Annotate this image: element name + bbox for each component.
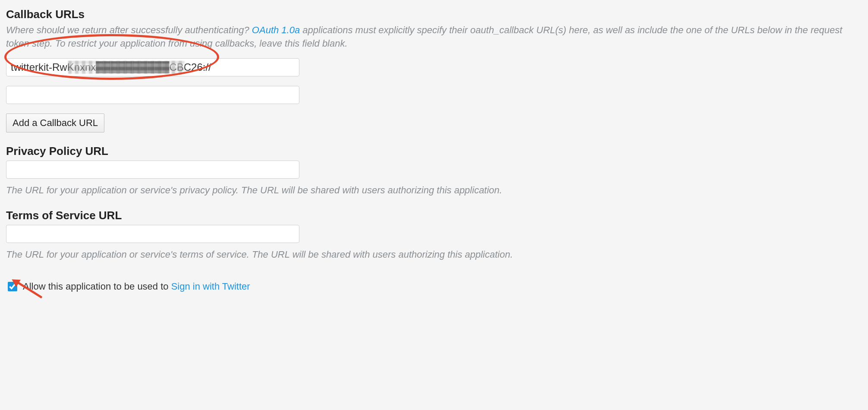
signin-checkbox[interactable] bbox=[8, 282, 17, 291]
privacy-policy-section: Privacy Policy URL The URL for your appl… bbox=[6, 145, 862, 197]
tos-heading: Terms of Service URL bbox=[6, 209, 862, 222]
signin-checkbox-row: Allow this application to be used to Sig… bbox=[6, 281, 862, 293]
privacy-policy-input[interactable] bbox=[6, 161, 299, 179]
privacy-policy-heading: Privacy Policy URL bbox=[6, 145, 862, 158]
tos-input[interactable] bbox=[6, 225, 299, 243]
callback-url-input-2[interactable] bbox=[6, 86, 299, 104]
oauth-link[interactable]: OAuth 1.0a bbox=[252, 25, 300, 35]
signin-label: Allow this application to be used to Sig… bbox=[23, 281, 250, 292]
callback-urls-heading: Callback URLs bbox=[6, 8, 862, 21]
tos-helptext: The URL for your application or service'… bbox=[6, 248, 862, 262]
privacy-policy-helptext: The URL for your application or service'… bbox=[6, 184, 862, 197]
callback-urls-section: Callback URLs Where should we return aft… bbox=[6, 8, 862, 132]
add-callback-url-button[interactable]: Add a Callback URL bbox=[6, 114, 104, 132]
signin-twitter-link[interactable]: Sign in with Twitter bbox=[171, 281, 250, 292]
callback-url-input-1[interactable] bbox=[6, 58, 299, 76]
signin-label-prefix: Allow this application to be used to bbox=[23, 281, 171, 292]
callback-help-prefix: Where should we return after successfull… bbox=[6, 25, 252, 35]
callback-urls-helptext: Where should we return after successfull… bbox=[6, 24, 862, 50]
callback-url-input-wrap bbox=[6, 58, 862, 76]
tos-section: Terms of Service URL The URL for your ap… bbox=[6, 209, 862, 293]
